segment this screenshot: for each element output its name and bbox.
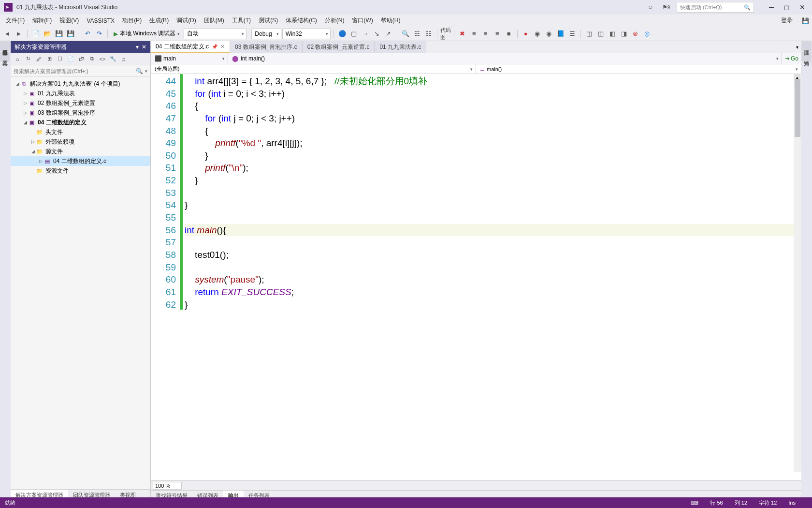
solution-root[interactable]: ◢⧉ 解决方案'01 九九乘法表' (4 个项目) xyxy=(11,79,150,89)
code-content[interactable]: int arr4[][3] = { 1, 2, 3, 4, 5, 6,7 }; … xyxy=(183,74,801,480)
auto-combo[interactable]: 自动 xyxy=(184,29,246,39)
tb-icon-m[interactable]: ◧ xyxy=(607,29,618,39)
pbtn-4[interactable]: ⊞ xyxy=(44,54,54,64)
tb-icon-1[interactable]: 🔵 xyxy=(337,29,348,39)
tb-icon-o[interactable]: ⊗ xyxy=(630,29,641,39)
start-debug-button[interactable]: ▶ 本地 Windows 调试器 ▾ xyxy=(111,29,183,39)
scope-combo-2[interactable]: ⬤ int main() xyxy=(228,53,782,64)
pbtn-5[interactable]: ☐ xyxy=(55,54,65,64)
menu-team[interactable]: 团队(M) xyxy=(200,15,228,26)
editor-tab[interactable]: 01 九九乘法表.c xyxy=(375,41,426,53)
nav-fwd-button[interactable]: ► xyxy=(14,29,24,39)
home-button[interactable]: ⌂ xyxy=(13,54,22,64)
project-item-4[interactable]: ◢▣ 04 二维数组的定义 xyxy=(11,118,150,127)
tb-icon-5[interactable]: ↗ xyxy=(383,29,394,39)
tb-icon-d[interactable]: ≡ xyxy=(492,29,503,39)
tb-icon-n[interactable]: ◨ xyxy=(619,29,629,39)
comment-button[interactable]: ☷ xyxy=(412,29,422,39)
login-link[interactable]: 登录 xyxy=(776,15,798,26)
tb-icon-a[interactable]: ✖ xyxy=(457,29,468,39)
find-button[interactable]: 🔍 xyxy=(400,29,411,39)
vertical-scrollbar[interactable]: ▴ xyxy=(794,74,801,472)
pbtn-11[interactable]: ⎌ xyxy=(119,54,129,64)
tb-icon-g[interactable]: ◉ xyxy=(532,29,543,39)
scope-combo-1[interactable]: ⬛ main xyxy=(151,53,228,64)
tb-icon-3[interactable]: → xyxy=(360,29,371,39)
scope-global[interactable]: (全局范围) xyxy=(151,64,476,74)
menu-test[interactable]: 测试(S) xyxy=(255,15,282,26)
editor-tab[interactable]: 03 数组案例_冒泡排序.c xyxy=(230,41,303,53)
scope-function[interactable]: ☰ main() xyxy=(476,64,801,74)
folder-external[interactable]: ▷📁 外部依赖项 xyxy=(11,137,150,147)
tb-icon-f[interactable]: ● xyxy=(521,29,531,39)
folder-source[interactable]: ◢📁 源文件 xyxy=(11,147,150,156)
pbtn-7[interactable]: 🗗 xyxy=(76,54,86,64)
go-button[interactable]: ➜ Go xyxy=(782,53,801,64)
panel-dropdown-icon[interactable]: ▾ xyxy=(136,44,139,50)
menu-window[interactable]: 窗口(W) xyxy=(348,15,377,26)
new-button[interactable]: 📄 xyxy=(30,29,41,39)
redo-button[interactable]: ↷ xyxy=(94,29,104,39)
user-icon[interactable]: 💾 xyxy=(800,16,810,26)
menu-view[interactable]: 视图(V) xyxy=(56,15,83,26)
platform-combo[interactable]: Win32 xyxy=(282,29,331,39)
notifications-tab[interactable]: 通知 xyxy=(801,52,812,61)
menu-file[interactable]: 文件(F) xyxy=(2,15,29,26)
menu-project[interactable]: 项目(P) xyxy=(118,15,145,26)
close-tab-icon[interactable]: ✕ xyxy=(220,44,225,50)
properties-button[interactable]: ⧉ xyxy=(87,54,97,64)
open-button[interactable]: 📂 xyxy=(42,29,53,39)
tab-dropdown-icon[interactable]: ▾ xyxy=(796,45,798,50)
tb-icon-e[interactable]: ■ xyxy=(504,29,514,39)
solution-search-input[interactable] xyxy=(14,68,136,74)
menu-help[interactable]: 帮助(H) xyxy=(377,15,405,26)
menu-vassistx[interactable]: VASSISTX xyxy=(83,16,118,26)
scrollbar-thumb[interactable] xyxy=(795,79,800,137)
menu-edit[interactable]: 编辑(E) xyxy=(29,15,56,26)
tb-icon-b[interactable]: ≡ xyxy=(469,29,479,39)
tb-icon-2[interactable]: ▢ xyxy=(348,29,359,39)
menu-debug[interactable]: 调试(D) xyxy=(173,15,200,26)
solution-tree[interactable]: ◢⧉ 解决方案'01 九九乘法表' (4 个项目) ▷▣ 01 九九乘法表 ▷▣… xyxy=(11,77,150,489)
tb-icon-j[interactable]: ☰ xyxy=(567,29,578,39)
project-item-2[interactable]: ▷▣ 02 数组案例_元素逆置 xyxy=(11,98,150,108)
config-combo[interactable]: Debug xyxy=(251,29,281,39)
tb-icon-h[interactable]: ◉ xyxy=(544,29,554,39)
pbtn-9[interactable]: <> xyxy=(98,54,107,64)
editor-tab-active[interactable]: 04 二维数组的定义.c 📌 ✕ xyxy=(151,41,230,53)
source-file-item[interactable]: ▷▤ 04 二维数组的定义.c xyxy=(11,156,150,166)
nav-back-button[interactable]: ◄ xyxy=(2,29,13,39)
codemap-button[interactable]: 代码图 xyxy=(440,29,451,39)
save-all-button[interactable]: 💾 xyxy=(65,29,76,39)
minimize-button[interactable]: ─ xyxy=(766,3,777,11)
menu-tools[interactable]: 工具(T) xyxy=(228,15,255,26)
tb-icon-l[interactable]: ◫ xyxy=(595,29,606,39)
tb-icon-p[interactable]: ◎ xyxy=(642,29,652,39)
folder-headers[interactable]: 📁 头文件 xyxy=(11,127,150,137)
maximize-button[interactable]: ◻ xyxy=(781,3,793,11)
folder-resource[interactable]: 📁 资源文件 xyxy=(11,166,150,176)
save-button[interactable]: 💾 xyxy=(54,29,64,39)
menu-analyze[interactable]: 分析(N) xyxy=(321,15,348,26)
show-all-button[interactable]: 📄 xyxy=(66,54,75,64)
tb-icon-i[interactable]: 📘 xyxy=(555,29,566,39)
project-item-3[interactable]: ▷▣ 03 数组案例_冒泡排序 xyxy=(11,108,150,118)
pbtn-3[interactable]: 🖉 xyxy=(34,54,44,64)
pin-icon[interactable]: 📌 xyxy=(212,44,218,49)
tb-icon-4[interactable]: ↘ xyxy=(372,29,382,39)
tb-icon-k[interactable]: ◫ xyxy=(584,29,594,39)
menu-arch[interactable]: 体系结构(C) xyxy=(282,15,321,26)
server-explorer-tab[interactable]: 服务器资源管理器 xyxy=(0,41,10,51)
undo-button[interactable]: ↶ xyxy=(82,29,93,39)
quick-launch-input[interactable]: 快速启动 (Ctrl+Q) 🔍 xyxy=(677,2,754,13)
code-editor[interactable]: 44454647484950515253545556575859606162 i… xyxy=(151,74,801,480)
pbtn-10[interactable]: 🔧 xyxy=(108,54,118,64)
close-button[interactable]: ✕ xyxy=(797,3,808,11)
uncomment-button[interactable]: ☷ xyxy=(423,29,434,39)
toolbox-tab[interactable]: 工具箱 xyxy=(0,52,10,61)
solution-search[interactable]: 🔍 ▾ xyxy=(11,65,150,77)
tb-icon-c[interactable]: ≡ xyxy=(480,29,491,39)
project-item-1[interactable]: ▷▣ 01 九九乘法表 xyxy=(11,89,150,98)
menu-build[interactable]: 生成(B) xyxy=(145,15,173,26)
panel-close-icon[interactable]: ✕ xyxy=(142,44,146,50)
